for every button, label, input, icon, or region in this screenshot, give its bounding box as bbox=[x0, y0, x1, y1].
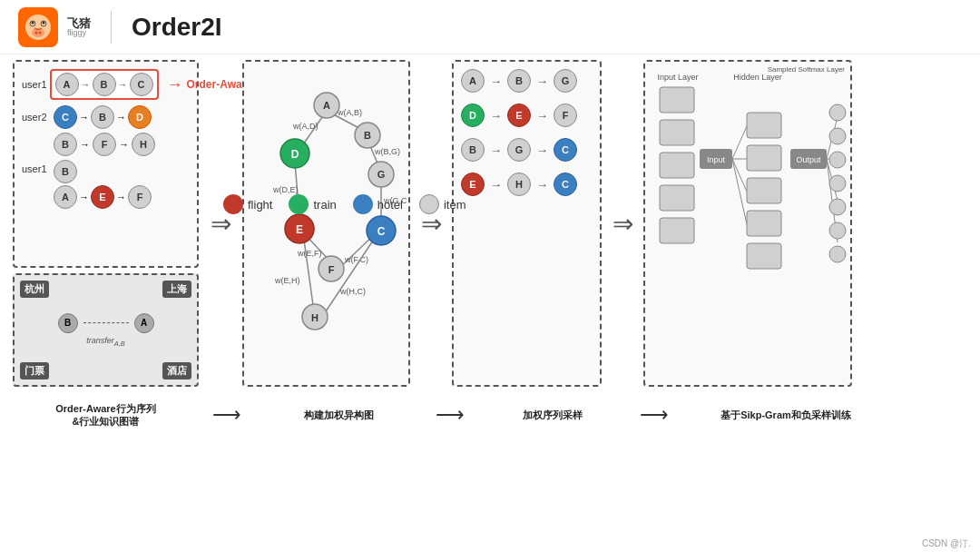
svg-point-70 bbox=[829, 175, 846, 192]
train-label: train bbox=[313, 198, 336, 212]
process-arrow-2: ⟶ bbox=[423, 403, 477, 427]
bottom-arrow-3-icon: ⟶ bbox=[640, 403, 669, 427]
arr3: → bbox=[80, 139, 90, 150]
kg-hotel: 酒店 bbox=[162, 362, 191, 380]
user1b-nodes: B A → E → F bbox=[54, 160, 152, 209]
legend-item: item bbox=[419, 194, 466, 214]
neural-network-box: Sampled Softmax Layer Input Layer Hidden… bbox=[643, 60, 852, 387]
svg-rect-49 bbox=[660, 218, 694, 243]
svg-rect-58 bbox=[747, 178, 781, 203]
csdn-watermark: CSDN @汀. bbox=[922, 537, 971, 550]
node-F2: F bbox=[128, 185, 152, 209]
svg-rect-59 bbox=[747, 211, 781, 236]
svg-rect-46 bbox=[660, 120, 694, 145]
logo-name-en: fliggy bbox=[67, 29, 91, 37]
kg-node-B: B bbox=[58, 313, 78, 333]
svg-rect-60 bbox=[747, 243, 781, 269]
seq-arr6: → bbox=[536, 143, 548, 157]
process-row: Order-Aware行为序列&行业知识图谱 ⟶ 构建加权异构图 ⟶ 加权序列采… bbox=[13, 392, 967, 438]
node-B2: B bbox=[91, 105, 114, 129]
kg-ticket: 门票 bbox=[20, 362, 49, 380]
svg-point-3 bbox=[35, 31, 38, 34]
seq-node-A: A bbox=[461, 69, 485, 93]
node-C: C bbox=[130, 73, 153, 96]
svg-text:w(E,H): w(E,H) bbox=[274, 276, 300, 285]
user2-row1: user2 C → B → D bbox=[22, 105, 190, 129]
seq-node-E: E bbox=[507, 104, 531, 127]
logo-area: 飞猪 fliggy Order2I bbox=[18, 7, 222, 47]
train-dot bbox=[289, 194, 309, 214]
user2-nodes: C → B → D bbox=[54, 105, 152, 129]
step-arrow-2: ⇒ bbox=[417, 60, 445, 387]
header-divider bbox=[111, 11, 112, 44]
seq-arr3: → bbox=[490, 109, 502, 123]
weighted-graph-box: w(A,B) w(A,D) w(B,G) w(G,C) w(D,E) w(E,F… bbox=[242, 60, 410, 387]
svg-text:B: B bbox=[364, 130, 371, 141]
arr2: → bbox=[116, 112, 126, 123]
svg-rect-47 bbox=[660, 153, 694, 178]
seq-node-G: G bbox=[554, 69, 577, 93]
svg-point-4 bbox=[39, 31, 42, 34]
node-B3: B bbox=[54, 133, 77, 156]
legend-train: train bbox=[289, 194, 336, 214]
arr4: → bbox=[119, 139, 129, 150]
order-aware-box: A → B → C bbox=[50, 69, 159, 100]
red-arrow-icon: → bbox=[167, 75, 183, 94]
svg-line-52 bbox=[732, 126, 747, 159]
process-label-2: 构建加权异构图 bbox=[255, 409, 423, 422]
svg-text:Hidden Layer: Hidden Layer bbox=[733, 73, 782, 82]
seq-arr1: → bbox=[490, 74, 502, 88]
bottom-arrow-1-icon: ⟶ bbox=[212, 403, 241, 427]
svg-line-55 bbox=[732, 159, 747, 224]
seq-node-C: C bbox=[554, 138, 577, 162]
process-label-1: Order-Aware行为序列&行业知识图谱 bbox=[13, 402, 199, 429]
svg-point-73 bbox=[829, 246, 846, 262]
kg-transfer-label: transferA,B bbox=[86, 336, 125, 348]
user1-label: user1 bbox=[22, 79, 47, 90]
node-B: B bbox=[93, 73, 116, 96]
arr: → bbox=[79, 112, 89, 123]
knowledge-graph-box: 杭州 上海 门票 酒店 B A transferA,B bbox=[13, 273, 199, 387]
svg-text:G: G bbox=[377, 169, 386, 180]
seq-node-B: B bbox=[507, 69, 531, 93]
user1b-rows: user1 B A → E → F bbox=[22, 160, 190, 209]
hotel-label: hotel bbox=[377, 198, 403, 212]
seq-node-F: F bbox=[554, 104, 577, 127]
user2-row2: B → F → H bbox=[54, 133, 190, 156]
node-A: A bbox=[55, 73, 79, 96]
svg-rect-56 bbox=[747, 113, 781, 138]
svg-point-67 bbox=[829, 104, 846, 121]
process-label-3: 加权序列采样 bbox=[477, 409, 627, 422]
seq-node-D: D bbox=[461, 104, 485, 127]
seq-row-4: E → H → C bbox=[461, 172, 593, 196]
arr6: → bbox=[116, 192, 126, 202]
node-E: E bbox=[91, 185, 114, 209]
seq-node-B2: B bbox=[461, 138, 485, 162]
sampled-softmax-label: Sampled Softmax Layer bbox=[768, 65, 845, 74]
step-arrow-1: ⇒ bbox=[206, 60, 235, 387]
svg-text:w(E,F): w(E,F) bbox=[297, 249, 322, 258]
kg-nodes-row: B A bbox=[58, 313, 154, 333]
node-C-blue: C bbox=[54, 105, 77, 129]
seq-row-3: B → G → C bbox=[461, 138, 593, 162]
main-content: user1 A → B → C → Order-Aware bbox=[0, 54, 980, 552]
svg-text:Output: Output bbox=[796, 155, 821, 164]
svg-text:w(A,B): w(A,B) bbox=[337, 108, 362, 117]
arrow-icon-3: ⇒ bbox=[612, 209, 633, 239]
process-label-4: 基于Sikp-Gram和负采样训练 bbox=[681, 409, 890, 422]
kg-hangzhou: 杭州 bbox=[20, 281, 49, 298]
flight-dot bbox=[223, 194, 243, 214]
flight-label: flight bbox=[248, 198, 272, 212]
svg-text:w(F,C): w(F,C) bbox=[344, 255, 368, 264]
svg-text:D: D bbox=[291, 148, 299, 161]
svg-text:w(H,C): w(H,C) bbox=[339, 287, 366, 296]
fliggy-logo bbox=[18, 7, 58, 47]
neural-network-svg: Input Layer Hidden Layer Input bbox=[651, 67, 848, 376]
svg-rect-57 bbox=[747, 145, 781, 171]
arrow2: → bbox=[118, 79, 128, 90]
node-A2: A bbox=[54, 185, 77, 209]
svg-text:w(A,D): w(A,D) bbox=[292, 122, 318, 131]
legend-hotel: hotel bbox=[353, 194, 403, 214]
seq-node-H: H bbox=[507, 172, 531, 196]
seq-node-C2: C bbox=[554, 172, 577, 196]
